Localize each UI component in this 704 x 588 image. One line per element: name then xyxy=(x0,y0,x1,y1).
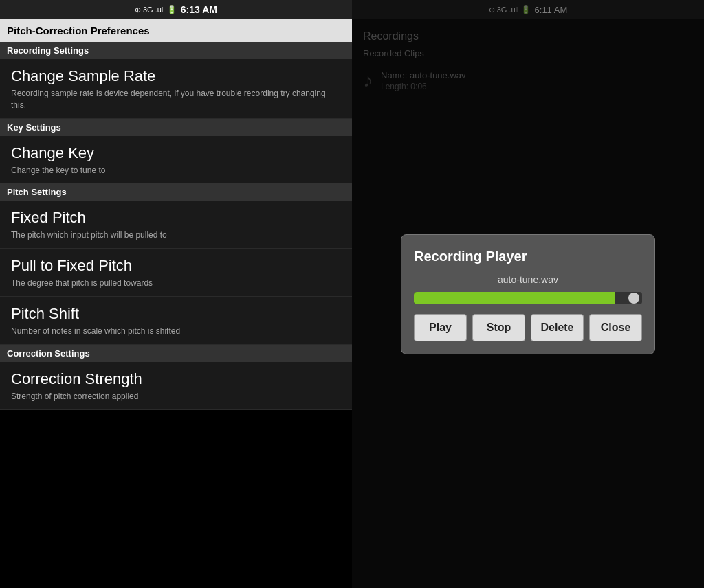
section-correction-settings: Correction Settings xyxy=(0,345,352,362)
settings-item-title: Change Sample Rate xyxy=(11,67,341,85)
delete-button[interactable]: Delete xyxy=(531,314,584,341)
section-key-settings: Key Settings xyxy=(0,119,352,136)
right-panel: ⊕ 3G .ull 🔋 6:11 AM Recordings Recorded … xyxy=(352,0,704,588)
left-panel: ⊕ 3G .ull 🔋 6:13 AM Pitch-Correction Pre… xyxy=(0,0,352,588)
dialog-buttons: Play Stop Delete Close xyxy=(414,314,642,341)
settings-item-title: Change Key xyxy=(11,144,341,162)
app-title: Pitch-Correction Preferences xyxy=(7,25,150,36)
stop-button[interactable]: Stop xyxy=(472,314,525,341)
dialog-filename: auto-tune.wav xyxy=(414,274,642,285)
settings-item-fixed-pitch[interactable]: Fixed Pitch The pitch which input pitch … xyxy=(0,201,352,249)
settings-item-correction-strength[interactable]: Correction Strength Strength of pitch co… xyxy=(0,362,352,410)
app-title-bar: Pitch-Correction Preferences xyxy=(0,19,352,42)
settings-item-desc: The degree that pitch is pulled towards xyxy=(11,278,341,289)
settings-item-change-key[interactable]: Change Key Change the key to tune to xyxy=(0,136,352,184)
progress-bar-container[interactable] xyxy=(414,292,642,304)
settings-item-pitch-shift[interactable]: Pitch Shift Number of notes in scale whi… xyxy=(0,297,352,345)
settings-item-desc: The pitch which input pitch will be pull… xyxy=(11,229,341,241)
left-status-bar: ⊕ 3G .ull 🔋 6:13 AM xyxy=(0,0,352,19)
progress-bar-fill xyxy=(414,292,615,304)
settings-item-desc: Recording sample rate is device dependen… xyxy=(11,88,341,111)
dialog-title: Recording Player xyxy=(414,249,642,264)
settings-item-pull-fixed-pitch[interactable]: Pull to Fixed Pitch The degree that pitc… xyxy=(0,249,352,297)
settings-item-title: Fixed Pitch xyxy=(11,209,341,227)
section-recording-settings: Recording Settings xyxy=(0,42,352,59)
play-button[interactable]: Play xyxy=(414,314,467,341)
dialog-overlay: Recording Player auto-tune.wav Play Stop… xyxy=(352,0,704,588)
settings-item-title: Pitch Shift xyxy=(11,305,341,323)
left-signal: 3G xyxy=(143,5,153,14)
close-button[interactable]: Close xyxy=(589,314,642,341)
section-pitch-settings: Pitch Settings xyxy=(0,183,352,201)
settings-item-desc: Strength of pitch correction applied xyxy=(11,391,341,403)
settings-item-title: Correction Strength xyxy=(11,370,341,388)
settings-item-sample-rate[interactable]: Change Sample Rate Recording sample rate… xyxy=(0,59,352,119)
settings-item-desc: Number of notes in scale which pitch is … xyxy=(11,326,341,337)
recording-player-dialog: Recording Player auto-tune.wav Play Stop… xyxy=(401,234,655,354)
settings-item-desc: Change the key to tune to xyxy=(11,165,341,177)
progress-bar-thumb xyxy=(628,293,639,304)
left-time: 6:13 AM xyxy=(181,4,217,15)
settings-item-title: Pull to Fixed Pitch xyxy=(11,257,341,275)
left-status-icons: ⊕ 3G .ull 🔋 xyxy=(135,5,177,14)
